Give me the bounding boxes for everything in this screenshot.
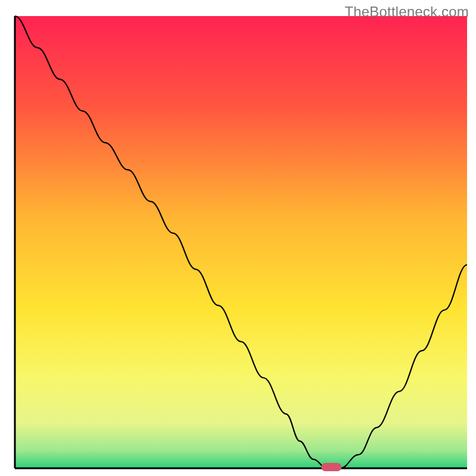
chart-container: TheBottleneck.com — [0, 0, 476, 476]
optimum-marker — [321, 463, 342, 471]
watermark-text: TheBottleneck.com — [345, 4, 469, 20]
bottleneck-chart — [0, 0, 476, 476]
plot-background — [15, 16, 467, 468]
